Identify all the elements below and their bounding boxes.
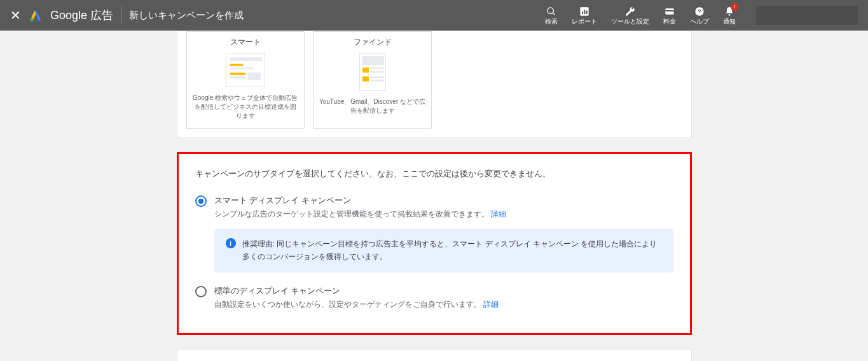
subtype-smart-display[interactable]: スマート ディスプレイ キャンペーン シンプルな広告のターゲット設定と管理機能を… <box>195 195 673 220</box>
type-title: ファインド <box>319 37 426 48</box>
type-desc: Google 検索やウェブ全体で自動広告を配信してビジネスの目標達成を図ります <box>192 94 299 120</box>
recommendation-box: i 推奨理由: 同じキャンペーン目標を持つ広告主を平均すると、スマート ディスプ… <box>214 229 673 273</box>
google-ads-logo-icon <box>29 8 43 22</box>
subtype-panel: キャンペーンのサブタイプを選択してください。なお、ここでの設定は後から変更できま… <box>177 152 692 335</box>
wrench-icon <box>625 6 635 17</box>
app-header: ✕ Google 広告 新しいキャンペーンを作成 検索 レポート ツールと設定 … <box>0 0 868 31</box>
campaign-types-panel: スマート Google 検索やウェブ全体で自動広告を配信してビジネスの目標達成を… <box>177 31 692 138</box>
svg-point-0 <box>30 18 34 22</box>
subtype-standard-display[interactable]: 標準のディスプレイ キャンペーン 自動設定をいくつか使いながら、設定やターゲティ… <box>195 285 673 310</box>
help-icon: ? <box>694 6 705 17</box>
svg-point-11 <box>729 14 731 16</box>
detail-link[interactable]: 詳細 <box>491 209 506 218</box>
report-button[interactable]: レポート <box>572 6 597 25</box>
report-icon <box>579 6 589 17</box>
billing-button[interactable]: 料金 <box>663 6 676 25</box>
detail-link[interactable]: 詳細 <box>483 300 499 309</box>
subtype-heading: キャンペーンのサブタイプを選択してください。なお、ここでの設定は後から変更できま… <box>195 168 673 180</box>
info-icon: i <box>226 238 236 248</box>
svg-rect-6 <box>586 11 588 14</box>
radio-unchecked-icon[interactable] <box>195 286 207 297</box>
notification-badge: ! <box>731 3 738 11</box>
svg-line-2 <box>553 13 555 15</box>
close-icon[interactable]: ✕ <box>10 8 21 23</box>
campaign-type-smart[interactable]: スマート Google 検索やウェブ全体で自動広告を配信してビジネスの目標達成を… <box>186 31 305 129</box>
tools-button[interactable]: ツールと設定 <box>611 6 649 25</box>
radio-checked-icon[interactable] <box>195 195 207 207</box>
svg-point-1 <box>548 8 553 13</box>
type-desc: YouTube、Gmail、Discover などで広告を配信します <box>319 97 426 115</box>
notifications-button[interactable]: ! 通知 <box>723 6 736 25</box>
search-button[interactable]: 検索 <box>545 6 558 25</box>
smart-thumb-icon <box>226 53 265 87</box>
brand-label: Google 広告 <box>50 8 113 23</box>
svg-rect-4 <box>582 11 583 14</box>
recommendation-text: 推奨理由: 同じキャンペーン目標を持つ広告主を平均すると、スマート ディスプレイ… <box>242 237 662 264</box>
header-actions: 検索 レポート ツールと設定 料金 ? ヘルプ ! 通知 <box>545 6 858 25</box>
svg-text:?: ? <box>698 8 701 15</box>
billing-icon <box>665 6 675 17</box>
search-icon <box>546 6 556 17</box>
page-title: 新しいキャンペーンを作成 <box>129 10 244 22</box>
radio-label: スマート ディスプレイ キャンペーン <box>214 195 673 206</box>
vertical-divider <box>121 6 121 24</box>
type-title: スマート <box>192 37 299 48</box>
svg-rect-5 <box>584 10 585 14</box>
radio-label: 標準のディスプレイ キャンペーン <box>214 285 673 297</box>
find-thumb-icon <box>359 53 386 91</box>
bell-icon: ! <box>724 6 734 17</box>
help-button[interactable]: ? ヘルプ <box>690 6 709 25</box>
svg-rect-8 <box>665 10 673 11</box>
campaign-type-find[interactable]: ファインド YouTube、Gmail、Discover などで広告を配信します <box>313 31 432 129</box>
goal-panel: 目標をどのように達成するかを選択してください ? https://sunesun… <box>177 349 692 361</box>
account-selector[interactable] <box>756 6 858 25</box>
